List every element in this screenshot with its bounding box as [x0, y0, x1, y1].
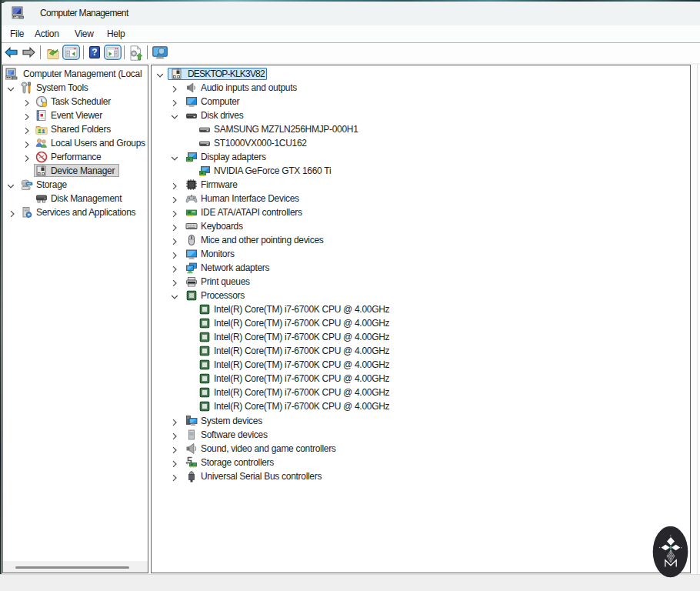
svg-text:?: ?	[92, 47, 97, 58]
